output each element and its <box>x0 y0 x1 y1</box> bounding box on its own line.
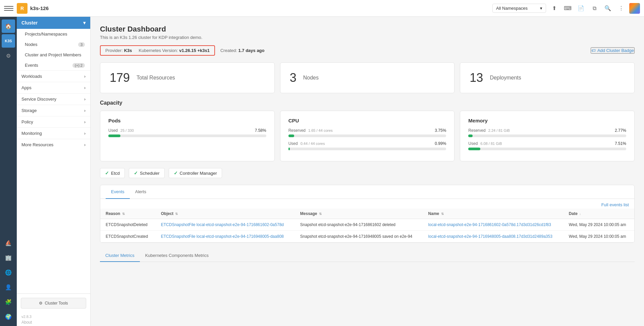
scheduler-label: Scheduler <box>140 171 160 176</box>
cluster-info-bar: Provider: K3s Kubernetes Version: v1.26.… <box>100 45 635 56</box>
provider-box: Provider: K3s Kubernetes Version: v1.26.… <box>100 45 215 56</box>
tab-k8s-components-metrics[interactable]: Kubernetes Components Metrics <box>140 250 214 262</box>
sort-icon: ⇅ <box>122 212 125 216</box>
sidebar-item-label: Service Discovery <box>21 97 56 102</box>
date-cell: Wed, May 29 2024 10:00:05 am <box>564 219 634 231</box>
cluster-header[interactable]: Cluster ▾ <box>17 17 90 29</box>
avatar[interactable] <box>629 3 640 14</box>
sidebar-item-monitoring[interactable]: Monitoring › <box>17 127 90 139</box>
cpu-reserved-pct: 3.75% <box>435 128 446 133</box>
table-row: ETCDSnapshotDeleted ETCDSnapshotFile loc… <box>100 219 634 231</box>
sidebar-item-events[interactable]: Events (+) 2 <box>17 60 90 70</box>
sidebar-item-service-discovery[interactable]: Service Discovery › <box>17 93 90 105</box>
more-options-icon[interactable]: ⋮ <box>616 3 627 14</box>
object-link[interactable]: ETCDSnapshotFile local-etcd-snapshot-e2e… <box>161 222 284 227</box>
check-icon: ✓ <box>105 170 109 176</box>
metrics-tabs: Cluster Metrics Kubernetes Components Me… <box>100 250 635 262</box>
search-icon[interactable]: 🔍 <box>602 3 613 14</box>
copy-icon[interactable]: ⧉ <box>589 3 600 14</box>
namespace-selector[interactable]: All Namespaces ▾ <box>492 4 546 13</box>
sidebar-item-projects-namespaces[interactable]: Projects/Namespaces <box>17 29 90 39</box>
chevron-right-icon: › <box>84 142 86 147</box>
cpu-reserved-progress-fill <box>288 134 294 137</box>
name-link[interactable]: local-etcd-snapshot-e2e-94-1716948005-da… <box>428 234 552 239</box>
tab-events[interactable]: Events <box>106 185 130 199</box>
table-header-row: Reason ⇅ Object ⇅ Message ⇅ <box>100 209 634 219</box>
gear-icon[interactable]: ⚙ <box>2 49 15 62</box>
table-row: ETCDSnapshotCreated ETCDSnapshotFile loc… <box>100 231 634 242</box>
message-cell: Snapshot etcd-snapshot-e2e-94-1716861602… <box>295 219 423 231</box>
sidebar-version: v2.8.3 <box>17 313 90 319</box>
chevron-right-icon: › <box>84 119 86 124</box>
tab-alerts[interactable]: Alerts <box>130 185 152 199</box>
etcd-label: Etcd <box>111 171 120 176</box>
namespace-label: All Namespaces <box>496 6 528 11</box>
sidebar-item-nodes[interactable]: Nodes 3 <box>17 39 90 50</box>
sort-icon: ⇅ <box>441 212 444 216</box>
topbar: R k3s-126 All Namespaces ▾ ⬆ ⌨ 📄 ⧉ 🔍 ⋮ <box>0 0 644 17</box>
logo-icon: R <box>17 3 28 14</box>
main-inner: Cluster Dashboard This is an K3s 1.26 cl… <box>91 17 644 270</box>
sort-icon: ⇅ <box>175 212 178 216</box>
chevron-right-icon: › <box>84 74 86 79</box>
sidebar-item-cluster-project-members[interactable]: Cluster and Project Members <box>17 50 90 60</box>
sidebar-item-more-resources[interactable]: More Resources › <box>17 139 90 150</box>
pods-used-label: Used <box>108 128 118 133</box>
events-tabs: Events Alerts <box>100 185 634 199</box>
home-icon[interactable]: 🏠 <box>2 19 15 33</box>
date-cell: Wed, May 29 2024 10:00:05 am <box>564 231 634 242</box>
cpu-used-metric: Used 0.44 / 44 cores 0.99% <box>288 141 446 150</box>
full-events-link[interactable]: Full events list <box>601 202 629 207</box>
hamburger-menu[interactable] <box>4 4 13 13</box>
memory-used-detail: 6.08 / 81 GiB <box>480 142 502 146</box>
chevron-right-icon: › <box>84 108 86 113</box>
cluster-tools-button[interactable]: ⚙ Cluster Tools <box>21 298 86 309</box>
sidebar-item-apps[interactable]: Apps › <box>17 82 90 93</box>
sidebar-bottom: ⚙ Cluster Tools <box>17 293 90 313</box>
check-icon: ✓ <box>174 170 178 176</box>
cpu-used-label: Used <box>288 141 298 146</box>
globe-icon[interactable]: 🌍 <box>2 310 15 323</box>
memory-used-progress-fill <box>468 148 480 150</box>
topbar-right: All Namespaces ▾ ⬆ ⌨ 📄 ⧉ 🔍 ⋮ <box>492 3 640 14</box>
check-icon: ✓ <box>134 170 138 176</box>
pods-used-pct: 7.58% <box>255 128 266 133</box>
name-cell: local-etcd-snapshot-e2e-94-1716861602-0a… <box>423 219 564 231</box>
sailboat-icon[interactable]: ⛵ <box>2 236 15 250</box>
person-icon[interactable]: 👤 <box>2 280 15 294</box>
add-cluster-badge-button[interactable]: 🏷 Add Cluster Badge <box>591 47 635 54</box>
sidebar: Cluster ▾ Projects/Namespaces Nodes 3 Cl… <box>17 17 91 326</box>
stat-card-deployments: 13 Deployments <box>460 62 635 93</box>
col-reason: Reason ⇅ <box>100 209 156 219</box>
sidebar-item-label: Events <box>25 63 38 68</box>
name-link[interactable]: local-etcd-snapshot-e2e-94-1716861602-0a… <box>428 222 551 227</box>
events-section: Events Alerts Full events list Reason ⇅ <box>100 185 635 243</box>
puzzle-icon[interactable]: 🧩 <box>2 295 15 309</box>
tab-cluster-metrics[interactable]: Cluster Metrics <box>100 250 140 262</box>
memory-used-metric: Used 6.08 / 81 GiB 7.51% <box>468 141 626 150</box>
cpu-reserved-progress-bg <box>288 134 446 137</box>
sort-icon: ⇅ <box>319 212 322 216</box>
sidebar-item-storage[interactable]: Storage › <box>17 105 90 116</box>
object-link[interactable]: ETCDSnapshotFile local-etcd-snapshot-e2e… <box>161 234 284 239</box>
pods-progress-fill <box>108 134 120 137</box>
capacity-card-cpu: CPU Reserved 1.65 / 44 cores 3.75% <box>280 111 455 161</box>
cpu-used-progress-fill <box>288 148 290 150</box>
memory-reserved-progress-bg <box>468 134 626 137</box>
scheduler-status-badge: ✓ Scheduler <box>129 168 165 178</box>
k3s-cluster-icon[interactable]: K3S <box>2 34 15 48</box>
network-icon[interactable]: 🌐 <box>2 266 15 279</box>
pods-used-metric: Used 25 / 330 7.58% <box>108 128 266 137</box>
about-link[interactable]: About <box>17 319 90 326</box>
memory-reserved-pct: 2.77% <box>615 128 626 133</box>
cpu-reserved-metric: Reserved 1.65 / 44 cores 3.75% <box>288 128 446 137</box>
file-icon[interactable]: 📄 <box>576 3 586 14</box>
events-table: Reason ⇅ Object ⇅ Message ⇅ <box>100 209 634 242</box>
upload-icon[interactable]: ⬆ <box>549 3 559 14</box>
memory-used-label: Used <box>468 141 478 146</box>
building-icon[interactable]: 🏢 <box>2 251 15 264</box>
page-subtitle: This is an K3s 1.26 cluster for KDP inte… <box>100 35 635 40</box>
sidebar-item-workloads[interactable]: Workloads › <box>17 70 90 82</box>
terminal-icon[interactable]: ⌨ <box>562 3 573 14</box>
sidebar-item-policy[interactable]: Policy › <box>17 116 90 127</box>
